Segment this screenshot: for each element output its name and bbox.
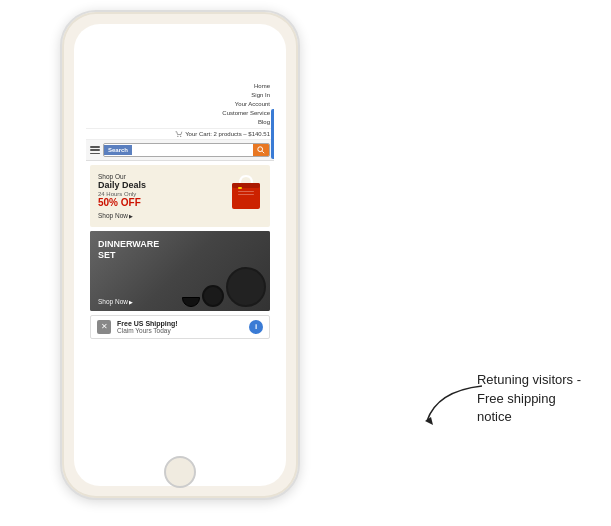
phone-inner: Home Sign In Your Account Customer Servi… — [74, 24, 286, 486]
search-label: Search — [104, 145, 132, 155]
svg-point-0 — [177, 136, 178, 137]
shipping-text: Free US Shipping! Claim Yours Today — [117, 320, 249, 334]
nav-link-customer[interactable]: Customer Service — [90, 109, 270, 118]
svg-point-2 — [258, 147, 263, 152]
annotation: Retuning visitors - Free shipping notice — [477, 371, 581, 426]
nav-link-account[interactable]: Your Account — [90, 100, 270, 109]
dinnerware-label: DINNERWARE SET — [98, 239, 159, 261]
annotation-text: Retuning visitors - Free shipping notice — [477, 371, 581, 426]
screen: Home Sign In Your Account Customer Servi… — [86, 79, 274, 431]
sidebar-accent — [271, 109, 274, 159]
deals-top-text: Shop Our — [98, 173, 230, 180]
cart-bar: Your Cart: 2 products – $140.51 — [86, 129, 274, 140]
shipping-subtitle: Claim Yours Today — [117, 327, 249, 334]
bowl — [182, 297, 200, 307]
svg-point-1 — [180, 136, 181, 137]
svg-rect-8 — [238, 194, 254, 195]
svg-rect-5 — [232, 183, 260, 188]
close-button[interactable]: ✕ — [97, 320, 111, 334]
scene: Home Sign In Your Account Customer Servi… — [0, 0, 611, 526]
shipping-notice: ✕ Free US Shipping! Claim Yours Today i — [90, 315, 270, 339]
deals-title: Daily Deals — [98, 180, 230, 191]
info-button[interactable]: i — [249, 320, 263, 334]
dinnerware-title-line2: SET — [98, 250, 116, 260]
hamburger-icon[interactable] — [90, 146, 100, 154]
search-icon — [257, 146, 265, 154]
shipping-title: Free US Shipping! — [117, 320, 249, 327]
plate-big — [226, 267, 266, 307]
deals-discount: 50% OFF — [98, 197, 230, 208]
nav-top: Home Sign In Your Account Customer Servi… — [86, 79, 274, 129]
svg-marker-9 — [425, 417, 433, 425]
nav-link-blog[interactable]: Blog — [90, 118, 270, 127]
phone-home-button[interactable] — [164, 456, 196, 488]
nav-link-home[interactable]: Home — [90, 82, 270, 91]
search-button[interactable] — [253, 144, 269, 156]
search-bar: Search — [86, 140, 274, 161]
deals-banner: Shop Our Daily Deals 24 Hours Only 50% O… — [90, 165, 270, 227]
dinnerware-banner: DINNERWARE SET Shop Now — [90, 231, 270, 311]
dinnerware-shop-now-button[interactable]: Shop Now — [98, 298, 133, 305]
search-input[interactable] — [132, 145, 253, 155]
svg-line-3 — [262, 151, 264, 153]
deals-shop-now-button[interactable]: Shop Now — [98, 212, 230, 219]
svg-rect-7 — [238, 191, 254, 192]
plate-area — [182, 267, 266, 307]
annotation-line2: Free shipping — [477, 391, 556, 406]
annotation-arrow — [417, 381, 487, 431]
cart-text: Your Cart: 2 products – $140.51 — [185, 131, 270, 137]
plate-small — [202, 285, 224, 307]
svg-rect-6 — [238, 187, 242, 189]
nav-link-signin[interactable]: Sign In — [90, 91, 270, 100]
cart-icon — [175, 131, 183, 137]
shopping-bag-icon — [230, 173, 262, 211]
phone-frame: Home Sign In Your Account Customer Servi… — [60, 10, 300, 500]
deals-text: Shop Our Daily Deals 24 Hours Only 50% O… — [98, 173, 230, 219]
annotation-line1: Retuning visitors - — [477, 372, 581, 387]
search-input-wrap: Search — [103, 143, 270, 157]
dinnerware-title-line1: DINNERWARE — [98, 239, 159, 249]
